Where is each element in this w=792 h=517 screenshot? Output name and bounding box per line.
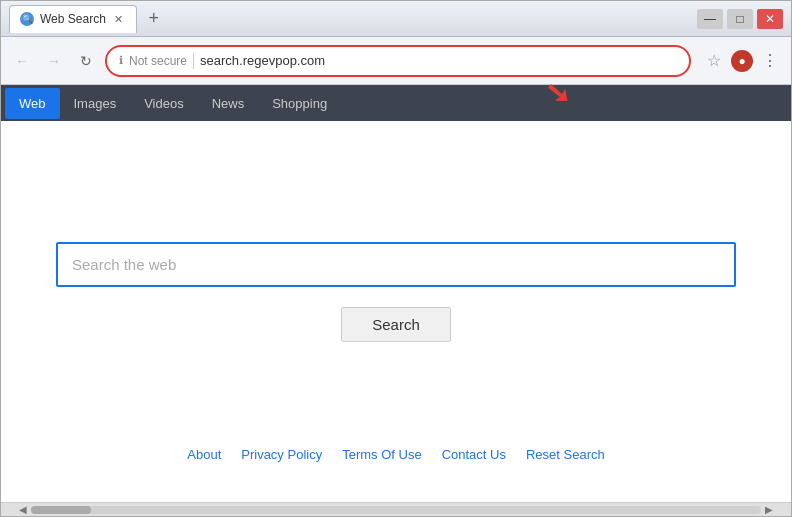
tab-close-button[interactable]: ✕ (112, 12, 126, 26)
new-tab-button[interactable]: + (141, 6, 167, 32)
refresh-button[interactable]: ↻ (73, 48, 99, 74)
about-link[interactable]: About (187, 447, 221, 462)
tab-shopping[interactable]: Shopping (258, 88, 341, 119)
browser-window: 🔍 Web Search ✕ + — □ ✕ ← → ↻ ℹ Not secur… (0, 0, 792, 517)
scrollbar-track[interactable] (31, 506, 761, 514)
tab-images[interactable]: Images (60, 88, 131, 119)
url-text: search.regevpop.com (200, 53, 677, 68)
close-button[interactable]: ✕ (757, 9, 783, 29)
menu-button[interactable]: ⋮ (757, 48, 783, 74)
browser-tab[interactable]: 🔍 Web Search ✕ (9, 5, 137, 33)
toolbar-right: ☆ ● ⋮ (701, 48, 783, 74)
search-button[interactable]: Search (341, 307, 451, 342)
url-bar[interactable]: ℹ Not secure search.regevpop.com (105, 45, 691, 77)
footer-links: About Privacy Policy Terms Of Use Contac… (0, 447, 792, 462)
minimize-button[interactable]: — (697, 9, 723, 29)
privacy-link[interactable]: Privacy Policy (241, 447, 322, 462)
bookmark-button[interactable]: ☆ (701, 48, 727, 74)
tab-videos[interactable]: Videos (130, 88, 198, 119)
tab-favicon: 🔍 (20, 12, 34, 26)
horizontal-scrollbar[interactable]: ◀ ▶ (1, 502, 791, 516)
reset-link[interactable]: Reset Search (526, 447, 605, 462)
scroll-right-arrow[interactable]: ▶ (761, 504, 777, 515)
not-secure-label: Not secure (129, 54, 187, 68)
tab-title: Web Search (40, 12, 106, 26)
title-bar: 🔍 Web Search ✕ + — □ ✕ (1, 1, 791, 37)
contact-link[interactable]: Contact Us (442, 447, 506, 462)
profile-button[interactable]: ● (731, 50, 753, 72)
back-button[interactable]: ← (9, 48, 35, 74)
main-content: Search About Privacy Policy Terms Of Use… (1, 121, 791, 502)
address-bar: ← → ↻ ℹ Not secure search.regevpop.com ➙… (1, 37, 791, 85)
lock-icon: ℹ (119, 54, 123, 67)
tab-news[interactable]: News (198, 88, 259, 119)
forward-button[interactable]: → (41, 48, 67, 74)
terms-link[interactable]: Terms Of Use (342, 447, 421, 462)
scrollbar-thumb[interactable] (31, 506, 91, 514)
scroll-left-arrow[interactable]: ◀ (15, 504, 31, 515)
url-divider (193, 53, 194, 69)
tab-web[interactable]: Web (5, 88, 60, 119)
nav-tabs: Web Images Videos News Shopping (1, 85, 791, 121)
window-controls: — □ ✕ (697, 9, 783, 29)
search-input[interactable] (56, 242, 736, 287)
maximize-button[interactable]: □ (727, 9, 753, 29)
